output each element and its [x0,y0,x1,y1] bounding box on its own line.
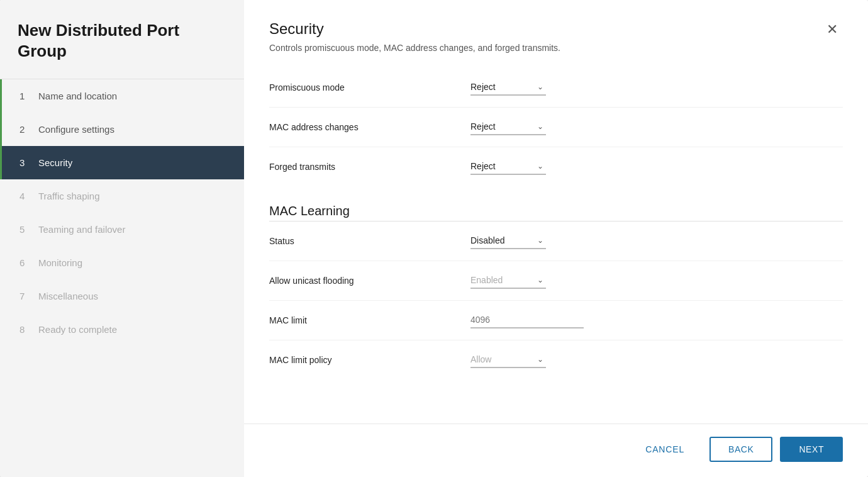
chevron-down-icon: ⌄ [537,122,543,131]
step-label: Name and location [38,91,117,101]
step-number: 4 [19,191,31,201]
field-label: Forged transmits [269,162,470,172]
dropdown-mac-limit-policy[interactable]: AllowDrop [470,352,533,367]
field-label: MAC limit [269,315,470,325]
sidebar-title: New Distributed Port Group [0,0,244,79]
step-number: 3 [19,157,31,168]
main-header: Security Controls promiscuous mode, MAC … [244,0,868,53]
close-icon: ✕ [826,21,838,37]
step-number: 1 [19,91,31,101]
chevron-down-icon: ⌄ [537,355,543,364]
step-number: 6 [19,257,31,268]
main-content: Security Controls promiscuous mode, MAC … [244,0,868,477]
form-row: MAC limit [269,301,843,340]
dropdown-promiscuous-mode[interactable]: RejectAccept [470,79,533,94]
chevron-down-icon: ⌄ [537,82,543,91]
mac-learning-title: MAC Learning [269,204,843,218]
form-row: Allow unicast floodingEnabledDisabled⌄ [269,261,843,301]
form-row: StatusDisabledEnabled⌄ [269,222,843,261]
step-number: 5 [19,224,31,235]
footer: CANCEL BACK NEXT [244,424,868,477]
step-label: Monitoring [38,257,82,268]
section-desc: Controls promiscuous mode, MAC address c… [269,43,560,53]
step-number: 7 [19,291,31,301]
sidebar-step-name-and-location[interactable]: 1Name and location [0,79,244,113]
cancel-button[interactable]: CANCEL [628,438,702,461]
field-label: Allow unicast flooding [269,276,470,286]
form-row: Promiscuous modeRejectAccept⌄ [269,68,843,108]
field-label: Status [269,236,470,246]
security-fields: Promiscuous modeRejectAccept⌄MAC address… [244,53,868,186]
chevron-down-icon: ⌄ [537,276,543,284]
field-label: MAC address changes [269,122,470,132]
step-label: Configure settings [38,124,114,135]
form-row: MAC limit policyAllowDrop⌄ [269,340,843,379]
sidebar-step-configure-settings[interactable]: 2Configure settings [0,113,244,146]
sidebar-step-ready-to-complete[interactable]: 8Ready to complete [0,313,244,346]
sidebar-step-monitoring[interactable]: 6Monitoring [0,246,244,279]
close-button[interactable]: ✕ [821,20,843,39]
step-label: Ready to complete [38,324,117,335]
step-label: Miscellaneous [38,291,98,301]
step-label: Security [38,157,72,168]
next-button[interactable]: NEXT [780,437,843,462]
step-number: 2 [19,124,31,135]
chevron-down-icon: ⌄ [537,236,543,245]
form-row: MAC address changesRejectAccept⌄ [269,108,843,147]
modal-dialog: New Distributed Port Group 1Name and loc… [0,0,868,477]
sidebar-steps: 1Name and location2Configure settings3Se… [0,79,244,346]
dropdown-mac-address-changes[interactable]: RejectAccept [470,119,533,134]
sidebar-step-traffic-shaping[interactable]: 4Traffic shaping [0,179,244,213]
back-button[interactable]: BACK [709,437,772,462]
form-row: Forged transmitsRejectAccept⌄ [269,147,843,186]
section-title: Security [269,20,560,38]
chevron-down-icon: ⌄ [537,162,543,171]
field-label: Promiscuous mode [269,82,470,93]
field-label: MAC limit policy [269,355,470,365]
sidebar-step-miscellaneous[interactable]: 7Miscellaneous [0,279,244,313]
dropdown-status[interactable]: DisabledEnabled [470,233,533,248]
dropdown-forged-transmits[interactable]: RejectAccept [470,159,533,174]
step-label: Traffic shaping [38,191,100,201]
dropdown-allow-unicast-flooding[interactable]: EnabledDisabled [470,272,533,288]
step-label: Teaming and failover [38,224,125,235]
step-number: 8 [19,324,31,335]
sidebar-step-teaming-and-failover[interactable]: 5Teaming and failover [0,213,244,246]
mac-learning-section: MAC LearningStatusDisabledEnabled⌄Allow … [244,186,868,379]
sidebar: New Distributed Port Group 1Name and loc… [0,0,244,477]
sidebar-step-security: 3Security [0,146,244,179]
mac-limit-input[interactable] [470,312,584,328]
